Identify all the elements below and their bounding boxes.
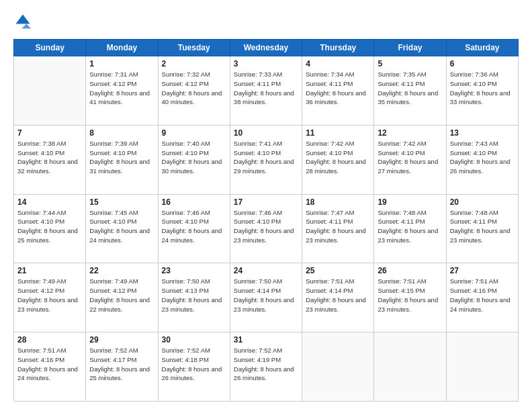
calendar-cell: 13Sunrise: 7:43 AMSunset: 4:10 PMDayligh… — [446, 125, 518, 194]
day-number: 15 — [89, 197, 154, 207]
calendar-cell: 26Sunrise: 7:51 AMSunset: 4:15 PMDayligh… — [374, 263, 446, 332]
day-number: 5 — [378, 59, 442, 68]
sun-info: Sunrise: 7:49 AMSunset: 4:12 PMDaylight:… — [89, 277, 154, 314]
calendar-cell: 24Sunrise: 7:50 AMSunset: 4:14 PMDayligh… — [230, 263, 302, 332]
calendar-week-row: 28Sunrise: 7:51 AMSunset: 4:16 PMDayligh… — [14, 332, 519, 402]
sun-info: Sunrise: 7:50 AMSunset: 4:13 PMDaylight:… — [162, 277, 226, 314]
svg-marker-1 — [21, 24, 31, 29]
header — [13, 12, 519, 31]
sun-info: Sunrise: 7:48 AMSunset: 4:11 PMDaylight:… — [378, 208, 442, 245]
sun-info: Sunrise: 7:52 AMSunset: 4:19 PMDaylight:… — [234, 346, 298, 383]
logo-icon — [13, 12, 32, 31]
day-number: 17 — [234, 197, 298, 207]
calendar-cell — [374, 332, 446, 402]
calendar-cell — [14, 56, 86, 126]
day-number: 7 — [17, 128, 82, 138]
day-of-week-header: Sunday — [14, 40, 86, 56]
calendar-cell: 14Sunrise: 7:44 AMSunset: 4:10 PMDayligh… — [14, 194, 86, 263]
sun-info: Sunrise: 7:42 AMSunset: 4:10 PMDaylight:… — [378, 139, 442, 176]
calendar-week-row: 14Sunrise: 7:44 AMSunset: 4:10 PMDayligh… — [14, 194, 519, 263]
day-number: 8 — [89, 128, 154, 138]
calendar-cell: 27Sunrise: 7:51 AMSunset: 4:16 PMDayligh… — [446, 263, 518, 332]
sun-info: Sunrise: 7:43 AMSunset: 4:10 PMDaylight:… — [450, 139, 515, 176]
calendar-cell: 29Sunrise: 7:52 AMSunset: 4:17 PMDayligh… — [86, 332, 158, 402]
sun-info: Sunrise: 7:51 AMSunset: 4:15 PMDaylight:… — [378, 277, 442, 314]
sun-info: Sunrise: 7:34 AMSunset: 4:11 PMDaylight:… — [306, 70, 370, 107]
calendar-header-row: SundayMondayTuesdayWednesdayThursdayFrid… — [14, 40, 519, 56]
day-number: 30 — [162, 335, 226, 345]
day-number: 22 — [89, 266, 154, 275]
day-number: 24 — [234, 266, 298, 275]
day-number: 31 — [234, 335, 298, 345]
sun-info: Sunrise: 7:49 AMSunset: 4:12 PMDaylight:… — [17, 277, 82, 314]
day-number: 18 — [306, 197, 370, 207]
day-number: 12 — [378, 128, 442, 138]
day-number: 25 — [306, 266, 370, 275]
day-number: 16 — [162, 197, 226, 207]
calendar-cell: 8Sunrise: 7:39 AMSunset: 4:10 PMDaylight… — [86, 125, 158, 194]
day-number: 2 — [162, 59, 226, 68]
calendar-cell: 21Sunrise: 7:49 AMSunset: 4:12 PMDayligh… — [14, 263, 86, 332]
sun-info: Sunrise: 7:36 AMSunset: 4:10 PMDaylight:… — [450, 70, 515, 107]
calendar-body: 1Sunrise: 7:31 AMSunset: 4:12 PMDaylight… — [14, 56, 519, 402]
sun-info: Sunrise: 7:32 AMSunset: 4:12 PMDaylight:… — [162, 70, 226, 107]
day-number: 11 — [306, 128, 370, 138]
sun-info: Sunrise: 7:52 AMSunset: 4:17 PMDaylight:… — [89, 346, 154, 383]
day-of-week-header: Thursday — [302, 40, 374, 56]
calendar-cell: 2Sunrise: 7:32 AMSunset: 4:12 PMDaylight… — [158, 56, 230, 126]
page: SundayMondayTuesdayWednesdayThursdayFrid… — [0, 0, 532, 411]
calendar-week-row: 1Sunrise: 7:31 AMSunset: 4:12 PMDaylight… — [14, 56, 519, 126]
day-of-week-header: Tuesday — [158, 40, 230, 56]
sun-info: Sunrise: 7:39 AMSunset: 4:10 PMDaylight:… — [89, 139, 154, 176]
svg-marker-0 — [16, 15, 30, 24]
calendar-week-row: 7Sunrise: 7:38 AMSunset: 4:10 PMDaylight… — [14, 125, 519, 194]
sun-info: Sunrise: 7:44 AMSunset: 4:10 PMDaylight:… — [17, 208, 82, 245]
logo — [13, 12, 35, 31]
day-number: 20 — [450, 197, 515, 207]
sun-info: Sunrise: 7:50 AMSunset: 4:14 PMDaylight:… — [234, 277, 298, 314]
sun-info: Sunrise: 7:51 AMSunset: 4:16 PMDaylight:… — [450, 277, 515, 314]
day-number: 13 — [450, 128, 515, 138]
sun-info: Sunrise: 7:48 AMSunset: 4:11 PMDaylight:… — [450, 208, 515, 245]
day-number: 26 — [378, 266, 442, 275]
calendar-cell: 1Sunrise: 7:31 AMSunset: 4:12 PMDaylight… — [86, 56, 158, 126]
calendar-cell — [302, 332, 374, 402]
calendar-cell: 31Sunrise: 7:52 AMSunset: 4:19 PMDayligh… — [230, 332, 302, 402]
calendar-cell: 25Sunrise: 7:51 AMSunset: 4:14 PMDayligh… — [302, 263, 374, 332]
sun-info: Sunrise: 7:45 AMSunset: 4:10 PMDaylight:… — [89, 208, 154, 245]
calendar-cell: 4Sunrise: 7:34 AMSunset: 4:11 PMDaylight… — [302, 56, 374, 126]
sun-info: Sunrise: 7:31 AMSunset: 4:12 PMDaylight:… — [89, 70, 154, 107]
sun-info: Sunrise: 7:46 AMSunset: 4:10 PMDaylight:… — [234, 208, 298, 245]
calendar-cell: 28Sunrise: 7:51 AMSunset: 4:16 PMDayligh… — [14, 332, 86, 402]
day-number: 9 — [162, 128, 226, 138]
calendar-cell: 23Sunrise: 7:50 AMSunset: 4:13 PMDayligh… — [158, 263, 230, 332]
day-number: 29 — [89, 335, 154, 345]
calendar-table: SundayMondayTuesdayWednesdayThursdayFrid… — [13, 39, 519, 402]
calendar-cell: 15Sunrise: 7:45 AMSunset: 4:10 PMDayligh… — [86, 194, 158, 263]
sun-info: Sunrise: 7:51 AMSunset: 4:14 PMDaylight:… — [306, 277, 370, 314]
calendar-cell: 17Sunrise: 7:46 AMSunset: 4:10 PMDayligh… — [230, 194, 302, 263]
calendar-cell: 18Sunrise: 7:47 AMSunset: 4:11 PMDayligh… — [302, 194, 374, 263]
calendar-cell: 3Sunrise: 7:33 AMSunset: 4:11 PMDaylight… — [230, 56, 302, 126]
day-number: 1 — [89, 59, 154, 68]
sun-info: Sunrise: 7:40 AMSunset: 4:10 PMDaylight:… — [162, 139, 226, 176]
day-of-week-header: Monday — [86, 40, 158, 56]
calendar-cell: 20Sunrise: 7:48 AMSunset: 4:11 PMDayligh… — [446, 194, 518, 263]
calendar-cell: 22Sunrise: 7:49 AMSunset: 4:12 PMDayligh… — [86, 263, 158, 332]
day-number: 27 — [450, 266, 515, 275]
day-of-week-header: Saturday — [446, 40, 518, 56]
sun-info: Sunrise: 7:46 AMSunset: 4:10 PMDaylight:… — [162, 208, 226, 245]
sun-info: Sunrise: 7:51 AMSunset: 4:16 PMDaylight:… — [17, 346, 82, 383]
sun-info: Sunrise: 7:35 AMSunset: 4:11 PMDaylight:… — [378, 70, 442, 107]
calendar-cell: 6Sunrise: 7:36 AMSunset: 4:10 PMDaylight… — [446, 56, 518, 126]
day-number: 6 — [450, 59, 515, 68]
calendar-week-row: 21Sunrise: 7:49 AMSunset: 4:12 PMDayligh… — [14, 263, 519, 332]
sun-info: Sunrise: 7:33 AMSunset: 4:11 PMDaylight:… — [234, 70, 298, 107]
sun-info: Sunrise: 7:38 AMSunset: 4:10 PMDaylight:… — [17, 139, 82, 176]
sun-info: Sunrise: 7:42 AMSunset: 4:10 PMDaylight:… — [306, 139, 370, 176]
calendar-cell: 19Sunrise: 7:48 AMSunset: 4:11 PMDayligh… — [374, 194, 446, 263]
day-number: 4 — [306, 59, 370, 68]
day-number: 21 — [17, 266, 82, 275]
calendar-cell: 5Sunrise: 7:35 AMSunset: 4:11 PMDaylight… — [374, 56, 446, 126]
calendar-cell — [446, 332, 518, 402]
